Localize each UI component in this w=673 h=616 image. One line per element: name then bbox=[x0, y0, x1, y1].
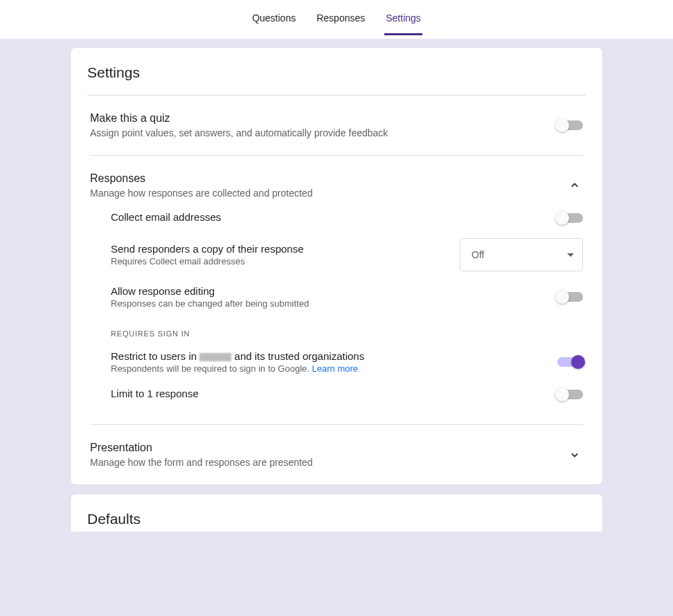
presentation-section: Presentation Manage how the form and res… bbox=[71, 425, 602, 484]
chevron-up-icon[interactable] bbox=[566, 177, 583, 194]
allow-edit-toggle[interactable] bbox=[557, 292, 583, 302]
presentation-desc: Manage how the form and responses are pr… bbox=[90, 457, 566, 468]
send-copy-select[interactable]: Off bbox=[460, 238, 583, 271]
allow-edit-desc: Responses can be changed after being sub… bbox=[111, 298, 309, 309]
responses-subsection: Collect email addresses Send responders … bbox=[71, 204, 602, 424]
tab-responses[interactable]: Responses bbox=[315, 12, 366, 35]
tabs-container: Questions Responses Settings bbox=[251, 3, 422, 35]
send-copy-title: Send responders a copy of their response bbox=[111, 243, 304, 255]
allow-edit-row: Allow response editing Responses can be … bbox=[111, 278, 583, 316]
restrict-row: Restrict to users in and its trusted org… bbox=[111, 343, 583, 381]
restrict-desc: Respondents will be required to sign in … bbox=[111, 363, 364, 374]
quiz-section: Make this a quiz Assign point values, se… bbox=[71, 96, 602, 155]
quiz-desc: Assign point values, set answers, and au… bbox=[90, 127, 557, 138]
defaults-title: Defaults bbox=[87, 511, 586, 532]
top-tab-bar: Questions Responses Settings bbox=[0, 0, 673, 39]
send-copy-desc: Requires Collect email addresses bbox=[111, 256, 304, 266]
collect-email-label: Collect email addresses bbox=[111, 211, 221, 223]
limit-one-label: Limit to 1 response bbox=[111, 388, 199, 399]
send-copy-select-value: Off bbox=[472, 249, 484, 260]
presentation-title: Presentation bbox=[90, 442, 566, 454]
quiz-title: Make this a quiz bbox=[90, 112, 557, 125]
page-background: Settings Make this a quiz Assign point v… bbox=[0, 39, 673, 616]
collect-email-toggle[interactable] bbox=[557, 213, 583, 223]
chevron-down-icon[interactable] bbox=[566, 446, 583, 463]
collect-email-row: Collect email addresses bbox=[111, 204, 583, 231]
tab-questions[interactable]: Questions bbox=[251, 12, 297, 35]
restrict-toggle[interactable] bbox=[557, 357, 583, 367]
limit-one-toggle[interactable] bbox=[557, 390, 583, 399]
org-redacted bbox=[199, 353, 231, 361]
settings-card: Settings Make this a quiz Assign point v… bbox=[70, 47, 603, 485]
defaults-card: Defaults bbox=[70, 493, 603, 532]
dropdown-arrow-icon bbox=[567, 253, 574, 257]
learn-more-link[interactable]: Learn more bbox=[312, 363, 358, 374]
page-title: Settings bbox=[71, 64, 602, 95]
send-copy-row: Send responders a copy of their response… bbox=[111, 231, 583, 278]
tab-settings[interactable]: Settings bbox=[384, 12, 422, 35]
restrict-title: Restrict to users in and its trusted org… bbox=[111, 350, 364, 362]
quiz-toggle[interactable] bbox=[557, 120, 583, 130]
responses-title: Responses bbox=[90, 172, 566, 185]
allow-edit-title: Allow response editing bbox=[111, 285, 309, 297]
requires-signin-caption: REQUIRES SIGN IN bbox=[111, 329, 583, 338]
limit-one-row: Limit to 1 response bbox=[111, 381, 583, 408]
responses-desc: Manage how responses are collected and p… bbox=[90, 188, 566, 199]
responses-section: Responses Manage how responses are colle… bbox=[71, 156, 602, 204]
